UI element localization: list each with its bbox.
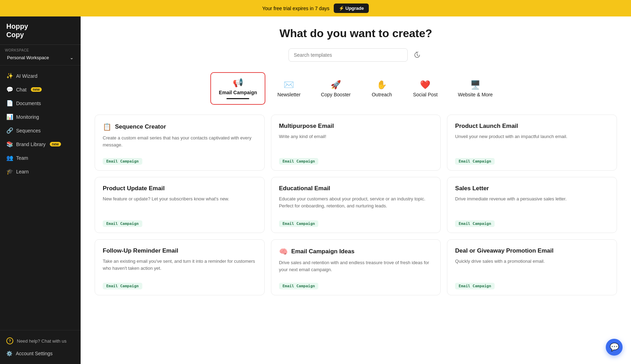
tab-copy-booster[interactable]: 🚀 Copy Booster	[312, 74, 359, 103]
tab-label: Email Campaign	[219, 90, 257, 95]
sidebar-item-label: Team	[16, 155, 28, 161]
card-tag: Email Campaign	[279, 283, 319, 289]
card-tag: Email Campaign	[103, 220, 142, 227]
card-desc: Unveil your new product with an impactfu…	[455, 133, 609, 153]
card-email-campaign-ideas[interactable]: 🧠 Email Campaign Ideas Drive sales and r…	[271, 239, 441, 295]
card-footer: Email Campaign	[103, 282, 257, 289]
card-product-launch-email[interactable]: Product Launch Email Unveil your new pro…	[447, 115, 617, 171]
card-follow-up-reminder[interactable]: Follow-Up Reminder Email Take an existin…	[95, 239, 265, 295]
card-title: Follow-Up Reminder Email	[103, 247, 178, 254]
documents-icon: 📄	[6, 100, 13, 107]
trial-text: Your free trial expires in 7 days	[262, 6, 330, 11]
outreach-icon: ✋	[376, 80, 387, 90]
card-title: Sequence Creator	[115, 123, 166, 130]
card-multipurpose-email[interactable]: Multipurpose Email Write any kind of ema…	[271, 115, 441, 171]
card-footer: Email Campaign	[279, 282, 433, 289]
learn-icon: 🎓	[6, 168, 13, 175]
sidebar-item-label: Brand Library	[16, 142, 46, 147]
tab-website-more[interactable]: 🖥️ Website & More	[449, 74, 501, 103]
sidebar-item-brand-library[interactable]: 📚 Brand Library new	[0, 137, 81, 151]
copy-booster-icon: 🚀	[331, 80, 341, 90]
card-product-update-email[interactable]: Product Update Email New feature or upda…	[95, 177, 265, 233]
sidebar-item-label: AI Wizard	[16, 73, 38, 79]
tab-label: Copy Booster	[321, 92, 351, 97]
card-footer: Email Campaign	[455, 220, 609, 227]
chat-icon: 💬	[6, 86, 13, 93]
card-title: Sales Letter	[455, 185, 489, 192]
card-title: Product Update Email	[103, 185, 165, 192]
card-footer: Email Campaign	[279, 220, 433, 227]
workspace-selector[interactable]: Personal Workspace ⌄	[5, 54, 76, 62]
sidebar-item-sequences[interactable]: 🔗 Sequences	[0, 124, 81, 137]
upgrade-button[interactable]: ⚡ Upgrade	[334, 4, 369, 13]
chat-fab-button[interactable]: 💬	[606, 339, 623, 356]
card-sequence-creator[interactable]: 📋 Sequence Creator Create a custom email…	[95, 115, 265, 171]
team-icon: 👥	[6, 154, 13, 161]
search-row	[95, 48, 617, 62]
tab-label: Newsletter	[277, 92, 300, 97]
tab-social-post[interactable]: ❤️ Social Post	[405, 74, 446, 103]
settings-icon: ⚙️	[6, 351, 12, 356]
card-educational-email[interactable]: Educational Email Educate your customers…	[271, 177, 441, 233]
card-tag: Email Campaign	[103, 158, 142, 165]
social-post-icon: ❤️	[420, 80, 430, 90]
sidebar-item-label: Learn	[16, 169, 29, 174]
card-footer: Email Campaign	[455, 282, 609, 289]
category-tabs: 📢 Email Campaign ✉️ Newsletter 🚀 Copy Bo…	[95, 72, 617, 105]
card-tag: Email Campaign	[279, 220, 319, 227]
card-title: Educational Email	[279, 185, 330, 192]
sidebar-item-ai-wizard[interactable]: ✨ AI Wizard	[0, 69, 81, 83]
account-settings-item[interactable]: ⚙️ Account Settings	[0, 347, 81, 360]
cards-grid: 📋 Sequence Creator Create a custom email…	[95, 115, 617, 295]
tab-label: Social Post	[413, 92, 437, 97]
tab-newsletter[interactable]: ✉️ Newsletter	[269, 74, 309, 103]
card-header: Educational Email	[279, 185, 433, 192]
sidebar-item-learn[interactable]: 🎓 Learn	[0, 165, 81, 178]
sequence-creator-icon: 📋	[103, 123, 111, 131]
history-icon[interactable]	[411, 49, 423, 61]
card-header: Product Launch Email	[455, 123, 609, 130]
ai-wizard-icon: ✨	[6, 73, 13, 79]
card-desc: Educate your customers about your produc…	[279, 195, 433, 215]
brain-icon: 🧠	[279, 247, 288, 256]
card-tag: Email Campaign	[455, 158, 495, 165]
sidebar-logo: HoppyCopy	[0, 16, 81, 45]
card-footer: Email Campaign	[279, 158, 433, 165]
tab-label: Outreach	[372, 92, 392, 97]
sidebar-item-documents[interactable]: 📄 Documents	[0, 96, 81, 110]
app-logo: HoppyCopy	[6, 22, 74, 39]
card-desc: New feature or update? Let your subscrib…	[103, 195, 257, 215]
workspace-section: Workspace Personal Workspace ⌄	[0, 45, 81, 66]
card-deal-giveaway-promo[interactable]: Deal or Giveaway Promotion Email Quickly…	[447, 239, 617, 295]
card-header: Follow-Up Reminder Email	[103, 247, 257, 254]
settings-label: Account Settings	[16, 351, 53, 356]
card-header: Product Update Email	[103, 185, 257, 192]
sidebar-item-label: Sequences	[16, 128, 41, 133]
card-tag: Email Campaign	[279, 158, 319, 165]
sequences-icon: 🔗	[6, 127, 13, 134]
brand-library-badge: new	[50, 142, 61, 146]
card-tag: Email Campaign	[455, 283, 495, 289]
tab-outreach[interactable]: ✋ Outreach	[362, 74, 401, 103]
main-content: What do you want to create? 📢 Email Camp…	[81, 16, 631, 364]
sidebar-item-team[interactable]: 👥 Team	[0, 151, 81, 165]
card-tag: Email Campaign	[455, 220, 495, 227]
card-header: Multipurpose Email	[279, 123, 433, 130]
card-header: 📋 Sequence Creator	[103, 123, 257, 131]
help-label: Need help? Chat with us	[17, 338, 67, 344]
sidebar-item-monitoring[interactable]: 📊 Monitoring	[0, 110, 81, 124]
sidebar-item-label: Monitoring	[16, 114, 39, 120]
search-input[interactable]	[289, 48, 408, 62]
sidebar-bottom: ? Need help? Chat with us ⚙️ Account Set…	[0, 330, 81, 364]
help-icon: ?	[6, 337, 13, 344]
sidebar-item-chat[interactable]: 💬 Chat new	[0, 83, 81, 96]
card-header: Deal or Giveaway Promotion Email	[455, 247, 609, 254]
email-campaign-icon: 📢	[233, 78, 243, 88]
card-sales-letter[interactable]: Sales Letter Drive immediate revenue wit…	[447, 177, 617, 233]
help-chat-item[interactable]: ? Need help? Chat with us	[0, 335, 81, 347]
card-header: 🧠 Email Campaign Ideas	[279, 247, 433, 256]
tab-email-campaign[interactable]: 📢 Email Campaign	[210, 72, 265, 105]
page-title: What do you want to create?	[95, 27, 617, 40]
chat-badge: new	[31, 87, 42, 92]
card-tag: Email Campaign	[103, 283, 142, 289]
